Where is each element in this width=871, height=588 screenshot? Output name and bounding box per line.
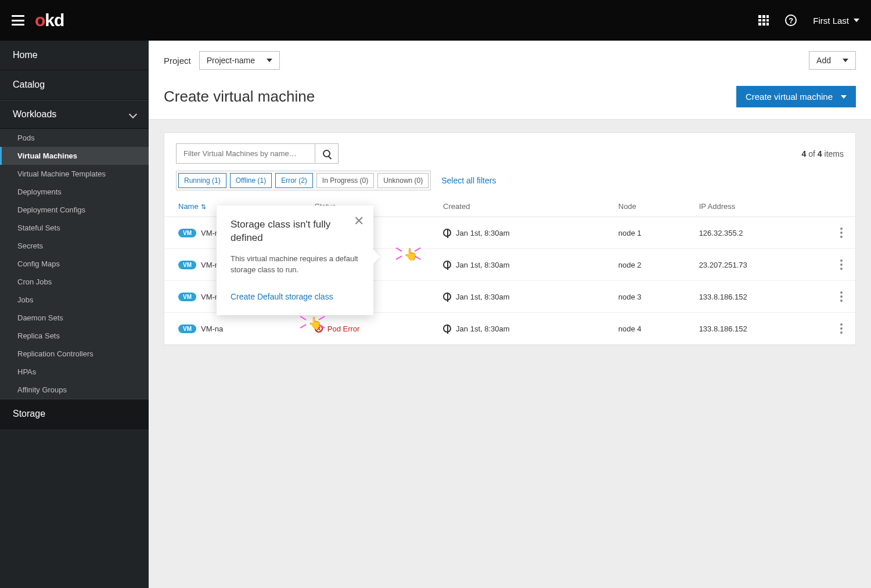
col-ip[interactable]: IP Address (692, 196, 827, 217)
node-value: node 2 (611, 249, 692, 281)
project-value: Project-name (207, 56, 255, 65)
row-actions-kebab[interactable] (834, 225, 848, 240)
search-button[interactable] (315, 143, 339, 164)
create-default-storage-class-link[interactable]: Create Default storage class (231, 292, 333, 301)
vm-badge-icon: VM (178, 293, 196, 301)
row-actions-kebab[interactable] (834, 321, 848, 336)
items-total: 4 (818, 149, 822, 158)
chevron-down-icon (843, 59, 848, 62)
project-selector[interactable]: Project-name (199, 51, 280, 70)
vm-badge-icon: VM (178, 261, 196, 269)
sidebar-item-storage[interactable]: Storage (0, 399, 149, 429)
user-name: First Last (813, 16, 849, 26)
col-created[interactable]: Created (436, 196, 611, 217)
ip-value: 126.32.355.2 (692, 217, 827, 249)
help-icon[interactable]: ? (785, 15, 797, 26)
main-area: Project Project-name Add Create virtual … (149, 41, 871, 588)
sidebar-item-secrets[interactable]: Secrets (0, 237, 149, 255)
filter-chip-unknown[interactable]: Unknown (0) (377, 173, 429, 188)
search-icon (323, 150, 330, 157)
storage-class-popover: ✕ Storage class isn't fully defined This… (217, 205, 373, 315)
project-label: Project (164, 56, 191, 66)
sidebar-item-vm-templates[interactable]: Virtual Machine Templates (0, 165, 149, 183)
vm-badge-icon: VM (178, 324, 196, 333)
hamburger-icon[interactable] (12, 15, 24, 26)
page-title: Create virtual machine (164, 88, 315, 106)
sidebar-item-replication-controllers[interactable]: Replication Controllers (0, 345, 149, 363)
page-header: Project Project-name Add Create virtual … (149, 41, 871, 120)
filter-chip-inprogress[interactable]: In Progress (0) (316, 173, 374, 188)
sidebar-sublist-workloads: Pods Virtual Machines Virtual Machine Te… (0, 129, 149, 399)
sidebar-item-cron-jobs[interactable]: Cron Jobs (0, 273, 149, 291)
node-value: node 1 (611, 217, 692, 249)
row-actions-kebab[interactable] (834, 289, 848, 304)
sort-icon: ⇅ (201, 203, 206, 211)
globe-icon (443, 293, 451, 301)
chevron-down-icon (129, 110, 137, 118)
filter-search (176, 143, 339, 164)
user-menu[interactable]: First Last (813, 16, 859, 26)
chevron-down-icon (854, 19, 859, 22)
logo-o: o (35, 10, 45, 30)
logo: okd (35, 10, 64, 30)
table-row: VMVM-na ✕Pod Error Jan 1st, 8:30am node … (164, 313, 855, 345)
filter-chip-error[interactable]: Error (2) (275, 173, 313, 188)
create-vm-label: Create virtual machine (746, 92, 833, 102)
node-value: node 4 (611, 313, 692, 345)
created-value: Jan 1st, 8:30am (456, 229, 510, 237)
select-all-filters-link[interactable]: Select all filters (441, 176, 496, 185)
sidebar-section-workloads[interactable]: Workloads (0, 100, 149, 129)
created-value: Jan 1st, 8:30am (456, 261, 510, 269)
sidebar-item-daemon-sets[interactable]: Daemon Sets (0, 309, 149, 327)
node-value: node 3 (611, 281, 692, 313)
vm-badge-icon: VM (178, 229, 196, 237)
chevron-down-icon (267, 59, 272, 62)
items-shown: 4 (802, 149, 807, 158)
sidebar-item-hpas[interactable]: HPAs (0, 363, 149, 381)
create-vm-button[interactable]: Create virtual machine (736, 86, 856, 107)
globe-icon (443, 229, 451, 237)
created-value: Jan 1st, 8:30am (456, 293, 510, 301)
vm-name[interactable]: VM-na (201, 324, 223, 333)
popover-body: This virtual machine requires a default … (231, 253, 359, 276)
ip-value: 133.8.186.152 (692, 281, 827, 313)
sidebar-item-deployment-configs[interactable]: Deployment Configs (0, 201, 149, 219)
close-icon[interactable]: ✕ (354, 214, 364, 229)
content-panel: 4 of 4 items Running (1) Offline (1) Err… (164, 132, 856, 345)
sidebar-item-catalog[interactable]: Catalog (0, 70, 149, 100)
sidebar-item-replica-sets[interactable]: Replica Sets (0, 327, 149, 345)
sidebar-item-stateful-sets[interactable]: Stateful Sets (0, 219, 149, 237)
add-label: Add (816, 56, 831, 65)
filter-chip-group: Running (1) Offline (1) Error (2) In Pro… (176, 171, 431, 190)
row-actions-kebab[interactable] (834, 257, 848, 272)
ip-value: 133.8.186.152 (692, 313, 827, 345)
sidebar-item-jobs[interactable]: Jobs (0, 291, 149, 309)
sidebar-item-deployments[interactable]: Deployments (0, 183, 149, 201)
filter-chip-offline[interactable]: Offline (1) (230, 173, 272, 188)
col-node[interactable]: Node (611, 196, 692, 217)
logo-kd: kd (45, 10, 64, 30)
sidebar-item-home[interactable]: Home (0, 41, 149, 70)
filter-input[interactable] (176, 143, 315, 164)
chevron-down-icon (841, 95, 847, 99)
add-button[interactable]: Add (809, 51, 856, 70)
sidebar-item-config-maps[interactable]: Config Maps (0, 255, 149, 273)
sidebar-item-affinity-groups[interactable]: Affinity Groups (0, 381, 149, 399)
status-text: Pod Error (327, 324, 360, 333)
popover-title: Storage class isn't fully defined (231, 218, 359, 245)
sidebar-item-virtual-machines[interactable]: Virtual Machines (0, 147, 149, 165)
filter-chip-running[interactable]: Running (1) (178, 173, 226, 188)
error-icon: ✕ (315, 324, 323, 333)
ip-value: 23.207.251.73 (692, 249, 827, 281)
created-value: Jan 1st, 8:30am (456, 324, 510, 333)
items-count: 4 of 4 items (802, 149, 844, 158)
top-bar: okd ? First Last (0, 0, 871, 41)
sidebar: Home Catalog Workloads Pods Virtual Mach… (0, 41, 149, 588)
apps-grid-icon[interactable] (758, 15, 769, 26)
globe-icon (443, 324, 451, 333)
sidebar-section-label: Workloads (13, 109, 56, 120)
globe-icon (443, 261, 451, 269)
sidebar-item-pods[interactable]: Pods (0, 129, 149, 147)
